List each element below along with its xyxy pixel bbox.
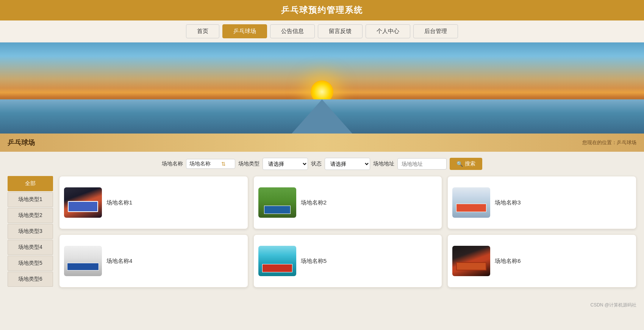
app-title-bar: 乒乓球预约管理系统	[0, 0, 644, 20]
venue-image-4	[64, 246, 102, 276]
search-address-label: 场地地址	[373, 160, 394, 167]
venue-name-4: 场地名称4	[106, 258, 132, 265]
section-header: 乒乓球场 您现在的位置：乒乓球场	[0, 134, 644, 152]
search-name-wrapper[interactable]: ⇅	[186, 159, 235, 169]
search-name-input[interactable]	[189, 161, 220, 167]
nav-notice[interactable]: 公告信息	[270, 24, 315, 38]
main-layout: 全部 场地类型1 场地类型2 场地类型3 场地类型4 场地类型5 场地类型6 场…	[0, 176, 644, 288]
search-type-select[interactable]: 请选择 类型1 类型2 类型3	[263, 158, 308, 170]
search-address-input[interactable]	[397, 158, 447, 170]
venue-image-6	[452, 246, 490, 276]
venue-name-1: 场地名称1	[106, 199, 132, 206]
app-title: 乒乓球预约管理系统	[281, 5, 363, 15]
sidebar: 全部 场地类型1 场地类型2 场地类型3 场地类型4 场地类型5 场地类型6	[8, 176, 53, 288]
sidebar-item-type3[interactable]: 场地类型3	[8, 224, 53, 239]
hero-road	[292, 99, 352, 134]
footer-text: CSDN @计算机源码社	[590, 302, 636, 308]
venue-image-2	[258, 187, 296, 218]
venue-name-3: 场地名称3	[495, 199, 521, 206]
sidebar-item-type6[interactable]: 场地类型6	[8, 272, 53, 287]
venue-image-1	[64, 187, 102, 218]
section-title: 乒乓球场	[8, 138, 35, 147]
venue-name-6: 场地名称6	[495, 258, 521, 265]
search-type-label: 场地类型	[238, 160, 259, 167]
nav-home[interactable]: 首页	[186, 24, 219, 38]
sidebar-item-all[interactable]: 全部	[8, 176, 53, 191]
nav-venue[interactable]: 乒乓球场	[222, 24, 267, 38]
main-nav: 首页 乒乓球场 公告信息 留言反馈 个人中心 后台管理	[0, 20, 644, 42]
venue-name-5: 场地名称5	[301, 258, 327, 265]
breadcrumb: 您现在的位置：乒乓球场	[582, 139, 636, 146]
venue-card-4[interactable]: 场地名称4	[59, 234, 248, 288]
venue-card-grid: 场地名称1 场地名称2 场地名称3 场地名称4 场地名称5	[59, 176, 636, 288]
nav-admin[interactable]: 后台管理	[413, 24, 458, 38]
nav-feedback[interactable]: 留言反馈	[318, 24, 363, 38]
venue-card-1[interactable]: 场地名称1	[59, 176, 248, 229]
venue-card-6[interactable]: 场地名称6	[447, 234, 636, 288]
venue-name-2: 场地名称2	[301, 199, 327, 206]
nav-profile[interactable]: 个人中心	[366, 24, 410, 38]
venue-image-5	[258, 246, 296, 276]
sidebar-item-type2[interactable]: 场地类型2	[8, 208, 53, 223]
search-name-label: 场地名称	[162, 160, 183, 167]
search-status-select[interactable]: 请选择 可用 不可用	[325, 158, 370, 170]
sidebar-item-type4[interactable]: 场地类型4	[8, 240, 53, 255]
sidebar-item-type5[interactable]: 场地类型5	[8, 256, 53, 271]
search-button[interactable]: 🔍 搜索	[450, 158, 482, 170]
venue-image-3	[452, 187, 490, 218]
venue-card-3[interactable]: 场地名称3	[447, 176, 636, 229]
content-area: 乒乓球场 您现在的位置：乒乓球场 场地名称 ⇅ 场地类型 请选择 类型1 类型2…	[0, 134, 644, 299]
search-bar: 场地名称 ⇅ 场地类型 请选择 类型1 类型2 类型3 状态 请选择 可用 不可…	[0, 152, 644, 176]
venue-card-5[interactable]: 场地名称5	[253, 234, 442, 288]
footer: CSDN @计算机源码社	[0, 299, 644, 311]
venue-card-2[interactable]: 场地名称2	[253, 176, 442, 229]
hero-banner	[0, 42, 644, 134]
search-status-label: 状态	[311, 160, 322, 167]
sort-icon: ⇅	[221, 161, 226, 167]
search-icon: 🔍	[456, 161, 463, 167]
sidebar-item-type1[interactable]: 场地类型1	[8, 192, 53, 207]
